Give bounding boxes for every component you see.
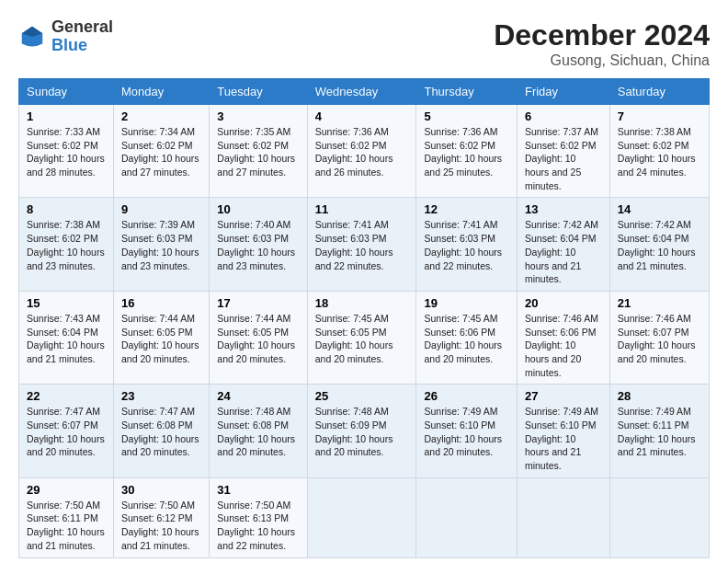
day-info: Sunrise: 7:44 AMSunset: 6:05 PMDaylight:…	[217, 313, 295, 364]
calendar-cell: 24 Sunrise: 7:48 AMSunset: 6:08 PMDaylig…	[210, 385, 307, 477]
day-info: Sunrise: 7:45 AMSunset: 6:06 PMDaylight:…	[424, 313, 502, 364]
logo-text: General Blue	[51, 18, 113, 55]
day-info: Sunrise: 7:46 AMSunset: 6:07 PMDaylight:…	[618, 313, 696, 364]
calendar-cell: 29 Sunrise: 7:50 AMSunset: 6:11 PMDaylig…	[19, 477, 114, 557]
calendar-cell: 11 Sunrise: 7:41 AMSunset: 6:03 PMDaylig…	[307, 198, 416, 291]
calendar-cell: 3 Sunrise: 7:35 AMSunset: 6:02 PMDayligh…	[210, 105, 307, 198]
title-block: December 2024 Gusong, Sichuan, China	[494, 18, 710, 69]
page-header: General Blue December 2024 Gusong, Sichu…	[18, 18, 710, 69]
day-number: 9	[121, 202, 201, 216]
day-info: Sunrise: 7:46 AMSunset: 6:06 PMDaylight:…	[525, 313, 598, 378]
day-number: 27	[525, 389, 602, 403]
day-info: Sunrise: 7:50 AMSunset: 6:12 PMDaylight:…	[121, 500, 199, 551]
day-number: 31	[217, 483, 299, 497]
day-info: Sunrise: 7:49 AMSunset: 6:11 PMDaylight:…	[618, 406, 696, 457]
day-info: Sunrise: 7:44 AMSunset: 6:05 PMDaylight:…	[121, 313, 199, 364]
calendar-cell: 30 Sunrise: 7:50 AMSunset: 6:12 PMDaylig…	[113, 477, 209, 557]
day-info: Sunrise: 7:38 AMSunset: 6:02 PMDaylight:…	[27, 219, 105, 270]
calendar-cell: 10 Sunrise: 7:40 AMSunset: 6:03 PMDaylig…	[210, 198, 307, 291]
day-info: Sunrise: 7:48 AMSunset: 6:08 PMDaylight:…	[217, 406, 295, 457]
day-number: 24	[217, 389, 299, 403]
day-number: 22	[27, 389, 106, 403]
weekday-header-monday: Monday	[113, 79, 209, 105]
day-info: Sunrise: 7:43 AMSunset: 6:04 PMDaylight:…	[27, 313, 105, 364]
calendar-cell: 7 Sunrise: 7:38 AMSunset: 6:02 PMDayligh…	[609, 105, 709, 198]
calendar-cell: 8 Sunrise: 7:38 AMSunset: 6:02 PMDayligh…	[19, 198, 114, 291]
calendar-cell: 16 Sunrise: 7:44 AMSunset: 6:05 PMDaylig…	[113, 291, 209, 384]
week-row-2: 8 Sunrise: 7:38 AMSunset: 6:02 PMDayligh…	[19, 198, 710, 291]
calendar-cell: 23 Sunrise: 7:47 AMSunset: 6:08 PMDaylig…	[113, 385, 209, 477]
calendar-cell: 5 Sunrise: 7:36 AMSunset: 6:02 PMDayligh…	[416, 105, 518, 198]
day-info: Sunrise: 7:42 AMSunset: 6:04 PMDaylight:…	[525, 219, 598, 284]
day-number: 5	[424, 109, 509, 123]
calendar-cell: 25 Sunrise: 7:48 AMSunset: 6:09 PMDaylig…	[307, 385, 416, 477]
calendar-title: December 2024	[494, 18, 710, 52]
calendar-cell: 15 Sunrise: 7:43 AMSunset: 6:04 PMDaylig…	[19, 291, 114, 384]
calendar-cell: 19 Sunrise: 7:45 AMSunset: 6:06 PMDaylig…	[416, 291, 518, 384]
day-number: 16	[121, 296, 201, 310]
day-info: Sunrise: 7:49 AMSunset: 6:10 PMDaylight:…	[525, 406, 598, 471]
day-info: Sunrise: 7:41 AMSunset: 6:03 PMDaylight:…	[424, 219, 502, 270]
day-number: 26	[424, 389, 509, 403]
day-info: Sunrise: 7:48 AMSunset: 6:09 PMDaylight:…	[315, 406, 393, 457]
weekday-header-tuesday: Tuesday	[210, 79, 307, 105]
week-row-3: 15 Sunrise: 7:43 AMSunset: 6:04 PMDaylig…	[19, 291, 710, 384]
calendar-cell: 17 Sunrise: 7:44 AMSunset: 6:05 PMDaylig…	[210, 291, 307, 384]
calendar-cell: 13 Sunrise: 7:42 AMSunset: 6:04 PMDaylig…	[517, 198, 609, 291]
calendar-cell: 12 Sunrise: 7:41 AMSunset: 6:03 PMDaylig…	[416, 198, 518, 291]
calendar-cell: 4 Sunrise: 7:36 AMSunset: 6:02 PMDayligh…	[307, 105, 416, 198]
day-number: 3	[217, 109, 299, 123]
day-number: 11	[315, 202, 409, 216]
calendar-cell: 26 Sunrise: 7:49 AMSunset: 6:10 PMDaylig…	[416, 385, 518, 477]
day-number: 13	[525, 202, 602, 216]
day-number: 18	[315, 296, 409, 310]
week-row-5: 29 Sunrise: 7:50 AMSunset: 6:11 PMDaylig…	[19, 477, 710, 557]
calendar-cell	[517, 477, 609, 557]
calendar-cell: 1 Sunrise: 7:33 AMSunset: 6:02 PMDayligh…	[19, 105, 114, 198]
day-info: Sunrise: 7:35 AMSunset: 6:02 PMDaylight:…	[217, 126, 295, 178]
day-info: Sunrise: 7:33 AMSunset: 6:02 PMDaylight:…	[27, 126, 105, 178]
logo-line1: General	[51, 18, 113, 37]
weekday-header-sunday: Sunday	[19, 79, 114, 105]
day-number: 4	[315, 109, 409, 123]
day-info: Sunrise: 7:40 AMSunset: 6:03 PMDaylight:…	[217, 219, 295, 270]
calendar-cell: 20 Sunrise: 7:46 AMSunset: 6:06 PMDaylig…	[517, 291, 609, 384]
day-info: Sunrise: 7:49 AMSunset: 6:10 PMDaylight:…	[424, 406, 502, 457]
calendar-cell: 6 Sunrise: 7:37 AMSunset: 6:02 PMDayligh…	[517, 105, 609, 198]
day-info: Sunrise: 7:37 AMSunset: 6:02 PMDaylight:…	[525, 126, 598, 191]
weekday-header-row: SundayMondayTuesdayWednesdayThursdayFrid…	[19, 79, 710, 105]
calendar-cell: 27 Sunrise: 7:49 AMSunset: 6:10 PMDaylig…	[517, 385, 609, 477]
calendar-cell: 18 Sunrise: 7:45 AMSunset: 6:05 PMDaylig…	[307, 291, 416, 384]
day-info: Sunrise: 7:39 AMSunset: 6:03 PMDaylight:…	[121, 219, 199, 270]
weekday-header-wednesday: Wednesday	[307, 79, 416, 105]
logo-line2: Blue	[51, 37, 113, 55]
weekday-header-friday: Friday	[517, 79, 609, 105]
day-number: 21	[618, 296, 701, 310]
week-row-4: 22 Sunrise: 7:47 AMSunset: 6:07 PMDaylig…	[19, 385, 710, 477]
calendar-cell	[416, 477, 518, 557]
day-number: 10	[217, 202, 299, 216]
day-number: 29	[27, 483, 106, 497]
calendar-table: SundayMondayTuesdayWednesdayThursdayFrid…	[18, 78, 710, 558]
calendar-cell: 31 Sunrise: 7:50 AMSunset: 6:13 PMDaylig…	[210, 477, 307, 557]
day-info: Sunrise: 7:34 AMSunset: 6:02 PMDaylight:…	[121, 126, 199, 178]
day-info: Sunrise: 7:50 AMSunset: 6:11 PMDaylight:…	[27, 500, 105, 551]
calendar-cell: 21 Sunrise: 7:46 AMSunset: 6:07 PMDaylig…	[609, 291, 709, 384]
day-info: Sunrise: 7:47 AMSunset: 6:08 PMDaylight:…	[121, 406, 199, 457]
week-row-1: 1 Sunrise: 7:33 AMSunset: 6:02 PMDayligh…	[19, 105, 710, 198]
day-number: 2	[121, 109, 201, 123]
calendar-subtitle: Gusong, Sichuan, China	[494, 52, 710, 69]
calendar-header: SundayMondayTuesdayWednesdayThursdayFrid…	[19, 79, 710, 105]
day-number: 20	[525, 296, 602, 310]
day-info: Sunrise: 7:41 AMSunset: 6:03 PMDaylight:…	[315, 219, 393, 270]
day-number: 12	[424, 202, 509, 216]
day-info: Sunrise: 7:36 AMSunset: 6:02 PMDaylight:…	[315, 126, 393, 178]
day-info: Sunrise: 7:42 AMSunset: 6:04 PMDaylight:…	[618, 219, 696, 270]
day-number: 15	[27, 296, 106, 310]
day-number: 8	[27, 202, 106, 216]
day-info: Sunrise: 7:47 AMSunset: 6:07 PMDaylight:…	[27, 406, 105, 457]
calendar-cell: 2 Sunrise: 7:34 AMSunset: 6:02 PMDayligh…	[113, 105, 209, 198]
day-info: Sunrise: 7:38 AMSunset: 6:02 PMDaylight:…	[618, 126, 696, 178]
weekday-header-thursday: Thursday	[416, 79, 518, 105]
logo: General Blue	[18, 18, 113, 55]
